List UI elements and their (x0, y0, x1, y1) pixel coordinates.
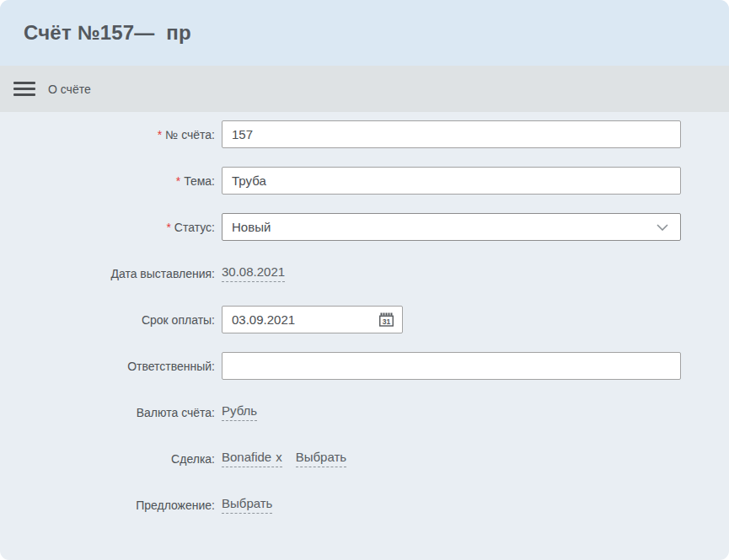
due-date-input[interactable] (222, 307, 349, 332)
topic-label: *Тема: (0, 174, 215, 188)
required-marker: * (176, 174, 180, 188)
topic-input[interactable] (222, 167, 681, 195)
field-row-status: *Статус: Новый (0, 213, 729, 241)
deal-choose-link[interactable]: Выбрать (296, 450, 346, 467)
quote-label: Предложение: (0, 499, 215, 512)
required-marker: * (166, 221, 170, 234)
tab-about-invoice[interactable]: О счёте (48, 83, 91, 96)
currency-label: Валюта счёта: (0, 406, 215, 419)
field-row-issue-date: Дата выставления: 30.08.2021 (0, 259, 729, 287)
hamburger-menu-icon[interactable] (13, 80, 35, 98)
responsible-input[interactable] (222, 352, 681, 380)
issue-date-label: Дата выставления: (0, 267, 215, 280)
invoice-card: Счёт №157— пр О счёте *№ счёта: *Тема: *… (0, 0, 729, 560)
deal-label: Сделка: (0, 452, 215, 466)
field-row-deal: Сделка: Bonafidex Выбрать (0, 445, 729, 472)
invoice-form: *№ счёта: *Тема: *Статус: Новый (0, 112, 729, 519)
required-marker: * (158, 128, 162, 141)
calendar-icon[interactable]: 31 (379, 312, 394, 327)
quote-choose-link[interactable]: Выбрать (222, 496, 272, 514)
field-row-invoice-number: *№ счёта: (0, 120, 729, 148)
svg-text:31: 31 (383, 317, 391, 326)
issue-date-link[interactable]: 30.08.2021 (222, 264, 285, 282)
field-row-responsible: Ответственный: (0, 352, 729, 380)
card-header: Счёт №157— пр (0, 0, 729, 66)
field-row-topic: *Тема: (0, 167, 729, 195)
deal-name: Bonafide (222, 450, 271, 464)
field-row-currency: Валюта счёта: Рубль (0, 398, 729, 426)
page-title: Счёт №157— пр (24, 21, 191, 45)
due-date-label: Срок оплаты: (0, 313, 215, 327)
invoice-number-label: *№ счёта: (0, 128, 215, 141)
field-row-quote: Предложение: Выбрать (0, 491, 729, 519)
deal-remove-icon[interactable]: x (276, 450, 282, 464)
status-label: *Статус: (0, 221, 215, 234)
invoice-number-input[interactable] (222, 120, 681, 148)
field-row-due-date: Срок оплаты: (0, 306, 729, 333)
due-date-box: 31 (222, 306, 403, 333)
currency-link[interactable]: Рубль (222, 403, 257, 421)
chevron-down-icon (657, 224, 668, 231)
deal-selected-link[interactable]: Bonafidex (222, 450, 282, 467)
status-select[interactable]: Новый (222, 213, 681, 241)
status-selected-value: Новый (232, 220, 271, 234)
responsible-label: Ответственный: (0, 360, 215, 373)
tab-bar: О счёте (0, 66, 729, 112)
